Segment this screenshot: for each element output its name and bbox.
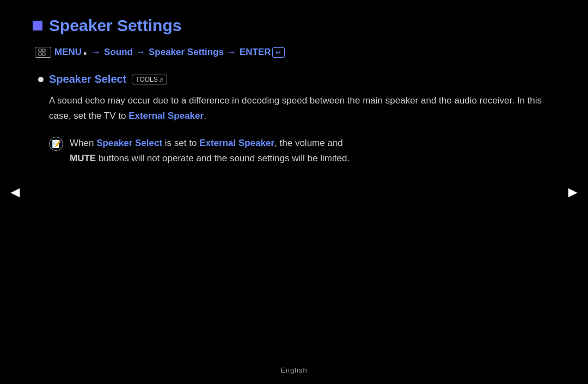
note-text-2: is set to: [162, 138, 199, 148]
nav-arrow-right[interactable]: ►: [565, 184, 580, 201]
tools-label: TOOLS: [136, 76, 157, 83]
tools-icon: ♬: [159, 76, 163, 83]
tools-badge: TOOLS ♬: [132, 75, 167, 84]
breadcrumb-enter: ENTER: [240, 47, 271, 58]
body-text-period: .: [204, 111, 206, 121]
svg-rect-3: [42, 53, 45, 56]
page-title: Speaker Settings: [49, 16, 181, 35]
enter-icon: ↵: [272, 47, 285, 58]
section-header: Speaker Select TOOLS ♬: [38, 73, 544, 86]
svg-rect-1: [42, 49, 45, 52]
svg-rect-0: [39, 49, 41, 52]
section-title: Speaker Select: [49, 73, 126, 86]
title-square-icon: [33, 21, 42, 31]
note-text-3: , the volume and: [274, 138, 343, 148]
menu-icon: [35, 47, 51, 58]
note-text-1: When: [70, 138, 96, 148]
note-icon: 📝: [49, 137, 63, 151]
breadcrumb-speaker-settings: Speaker Settings: [149, 47, 224, 58]
speaker-select-section: Speaker Select TOOLS ♬ A sound echo may …: [38, 73, 544, 166]
section-body: A sound echo may occur due to a differen…: [49, 93, 544, 124]
title-row: Speaker Settings: [33, 16, 544, 35]
body-highlight-external-speaker: External Speaker: [128, 111, 204, 121]
note-highlight-external-speaker: External Speaker: [199, 138, 274, 148]
breadcrumb-arrow-2: →: [136, 47, 145, 58]
note-text-4: buttons will not operate and the sound s…: [96, 153, 350, 163]
bullet-icon: [38, 77, 44, 82]
note-row: 📝 When Speaker Select is set to External…: [49, 136, 544, 166]
main-content: Speaker Settings MENU ∎ → Sound → Speake…: [0, 0, 588, 166]
note-bold-mute: MUTE: [70, 153, 96, 163]
footer-language: English: [280, 366, 308, 374]
breadcrumb-menu: MENU: [54, 47, 82, 58]
nav-arrow-left[interactable]: ◄: [8, 184, 23, 201]
breadcrumb-arrow-3: →: [227, 47, 236, 58]
breadcrumb: MENU ∎ → Sound → Speaker Settings → ENTE…: [35, 47, 544, 58]
note-text: When Speaker Select is set to External S…: [70, 136, 350, 166]
breadcrumb-arrow-1: →: [91, 47, 101, 58]
body-text-1: A sound echo may occur due to a differen…: [49, 95, 542, 121]
breadcrumb-sound: Sound: [104, 47, 133, 58]
note-highlight-speaker-select: Speaker Select: [96, 138, 162, 148]
svg-rect-2: [39, 53, 41, 56]
